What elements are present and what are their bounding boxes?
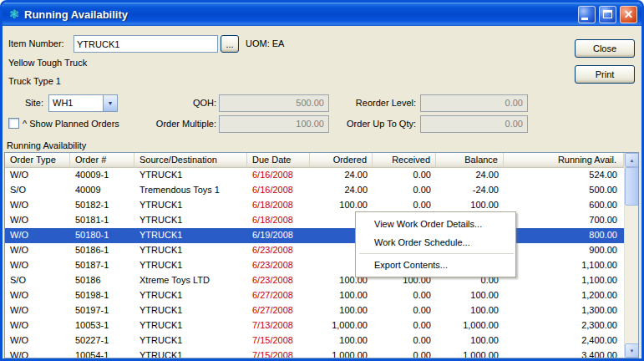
cell-order-no: 50181-1 <box>70 213 134 228</box>
qoh-field: 500.00 <box>219 94 329 112</box>
cell-received: 0.00 <box>373 288 436 303</box>
cell-running: 3,400.00 <box>504 348 624 358</box>
cell-received: 0.00 <box>373 183 436 198</box>
table-row[interactable]: W/O50180-1YTRUCK16/19/2008800.00 <box>5 228 624 243</box>
close-button[interactable]: Close <box>575 39 635 58</box>
cell-order-type: S/O <box>5 273 70 288</box>
cell-running: 1,200.00 <box>504 288 624 303</box>
item-number-label: Item Number: <box>8 38 64 48</box>
scroll-down-icon[interactable]: ▼ <box>625 343 639 358</box>
cell-due-date: 6/16/2008 <box>247 183 310 198</box>
cell-source: YTRUCK1 <box>134 228 247 243</box>
cell-order-no: 50180-1 <box>70 228 134 243</box>
cell-received: 0.00 <box>373 303 436 318</box>
maximize-button[interactable] <box>599 6 616 23</box>
cell-balance: 100.00 <box>436 333 504 348</box>
cell-received: 0.00 <box>373 348 436 358</box>
reorder-level-field: 0.00 <box>420 94 528 112</box>
cell-order-no: 50186 <box>70 273 134 288</box>
order-multiple-field: 100.00 <box>219 115 329 133</box>
cell-order-type: W/O <box>5 243 70 258</box>
cell-source: YTRUCK1 <box>134 258 247 273</box>
scroll-up-icon[interactable]: ▲ <box>625 153 639 167</box>
cell-order-type: W/O <box>5 198 70 213</box>
table-row[interactable]: W/O40009-1YTRUCK16/16/200824.000.0024.00… <box>5 168 624 183</box>
table-row[interactable]: S/O50186Xtreme Toys LTD6/23/2008100.0010… <box>5 273 624 288</box>
window-content: Item Number: ... UOM: EA Close Yellow To… <box>3 26 641 358</box>
column-header-running-avail[interactable]: Running Avail. <box>504 153 624 168</box>
show-planned-orders-label: ^ Show Planned Orders <box>23 119 119 129</box>
menu-item-view-work-order-details[interactable]: View Work Order Details... <box>356 215 515 233</box>
cell-due-date: 7/13/2008 <box>247 318 310 333</box>
column-header-received[interactable]: Received <box>373 153 436 168</box>
cell-due-date: 6/27/2008 <box>247 303 310 318</box>
table-row[interactable]: W/O50227-1YTRUCK17/15/2008100.000.00100.… <box>5 333 624 348</box>
vertical-scrollbar[interactable]: ▲ ▼ <box>624 153 638 358</box>
column-header-order-type[interactable]: Order Type <box>5 153 70 168</box>
cell-running: 700.00 <box>504 213 624 228</box>
menu-item-work-order-schedule[interactable]: Work Order Schedule... <box>356 233 515 252</box>
cell-order-no: 10054-1 <box>70 348 134 358</box>
table-row[interactable]: W/O50187-1YTRUCK16/23/20081,100.00 <box>5 258 624 273</box>
table-row[interactable]: W/O50182-1YTRUCK16/18/2008100.000.00100.… <box>5 198 624 213</box>
cell-order-type: W/O <box>5 228 70 243</box>
cell-order-no: 40009 <box>70 183 134 198</box>
reorder-level-label: Reorder Level: <box>337 98 416 108</box>
item-browse-button[interactable]: ... <box>221 35 239 53</box>
cell-running: 524.00 <box>504 168 624 183</box>
cell-order-type: S/O <box>5 183 70 198</box>
show-planned-orders-checkbox[interactable] <box>8 118 19 129</box>
scrollbar-thumb[interactable] <box>625 167 639 206</box>
cell-order-no: 10053-1 <box>70 318 134 333</box>
cell-received: 0.00 <box>373 333 436 348</box>
running-availability-section-label: Running Availability <box>7 140 86 150</box>
cell-order-type: W/O <box>5 168 70 183</box>
cell-balance: 1,000.00 <box>436 318 504 333</box>
item-number-input[interactable] <box>74 35 218 53</box>
chevron-down-icon[interactable]: ▼ <box>103 95 117 111</box>
item-description-text: Yellow Tough Truck <box>8 58 87 68</box>
window-close-button[interactable] <box>620 6 637 23</box>
column-header-balance[interactable]: Balance <box>436 153 504 168</box>
cell-running: 2,400.00 <box>504 333 624 348</box>
cell-source: YTRUCK1 <box>134 168 247 183</box>
table-row[interactable]: W/O50197-1YTRUCK16/27/2008100.000.00100.… <box>5 303 624 318</box>
table-row[interactable]: W/O10054-1YTRUCK17/15/20081,000.000.001,… <box>5 348 624 358</box>
cell-order-type: W/O <box>5 303 70 318</box>
order-multiple-label: Order Multiple: <box>145 119 216 129</box>
column-header-order[interactable]: Order # <box>70 153 134 168</box>
table-row[interactable]: W/O50181-1YTRUCK16/18/2008700.00 <box>5 213 624 228</box>
table-row[interactable]: W/O50186-1YTRUCK16/23/2008900.00 <box>5 243 624 258</box>
site-dropdown-value: WH1 <box>49 95 103 111</box>
cell-balance: 24.00 <box>436 168 504 183</box>
cell-order-no: 50227-1 <box>70 333 134 348</box>
menu-item-export-contents[interactable]: Export Contents... <box>356 256 515 274</box>
cell-order-type: W/O <box>5 258 70 273</box>
cell-balance: -24.00 <box>436 183 504 198</box>
table-row[interactable]: S/O40009Tremendous Toys 16/16/200824.000… <box>5 183 624 198</box>
cell-received: 0.00 <box>373 318 436 333</box>
cell-due-date: 6/18/2008 <box>247 213 310 228</box>
cell-source: YTRUCK1 <box>134 213 247 228</box>
item-type-text: Truck Type 1 <box>8 76 61 86</box>
cell-order-no: 50182-1 <box>70 198 134 213</box>
qoh-label: QOH: <box>153 98 216 108</box>
close-icon <box>621 7 636 23</box>
table-row[interactable]: W/O50198-1YTRUCK16/27/2008100.000.00100.… <box>5 288 624 303</box>
cell-running: 1,100.00 <box>504 258 624 273</box>
cell-order-no: 50198-1 <box>70 288 134 303</box>
cell-ordered: 1,000.00 <box>310 348 373 358</box>
cell-source: YTRUCK1 <box>134 303 247 318</box>
cell-due-date: 7/15/2008 <box>247 333 310 348</box>
cell-ordered: 100.00 <box>310 333 373 348</box>
column-header-ordered[interactable]: Ordered <box>310 153 373 168</box>
table-row[interactable]: W/O10053-1YTRUCK17/13/20081,000.000.001,… <box>5 318 624 333</box>
column-header-due-date[interactable]: Due Date <box>247 153 310 168</box>
site-dropdown[interactable]: WH1 ▼ <box>48 94 118 112</box>
minimize-button[interactable] <box>578 6 596 23</box>
print-button[interactable]: Print <box>575 65 635 84</box>
window-title: Running Availability <box>24 8 575 21</box>
cell-running: 500.00 <box>504 183 624 198</box>
column-header-source-destination[interactable]: Source/Destination <box>134 153 247 168</box>
table-body: W/O40009-1YTRUCK16/16/200824.000.0024.00… <box>5 168 624 358</box>
